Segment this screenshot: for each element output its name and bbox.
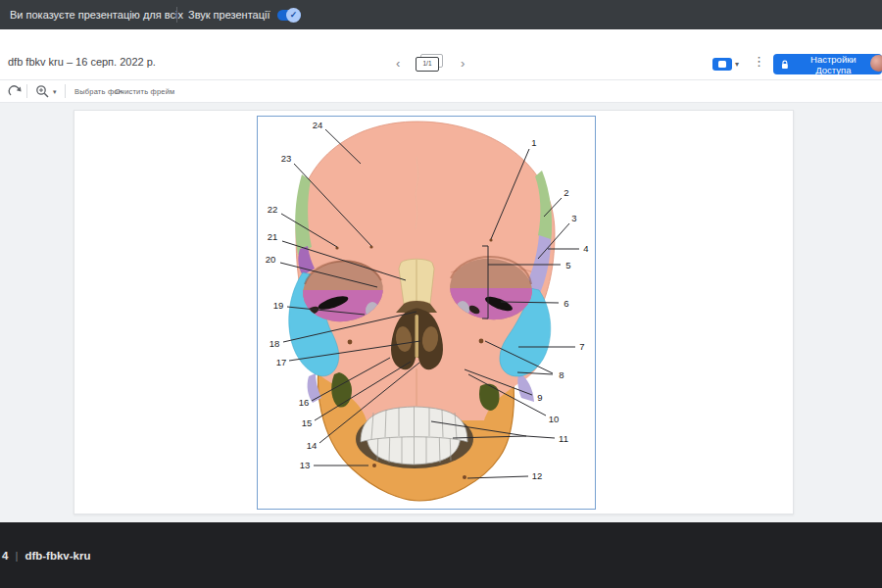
skull-label-9: 9	[537, 392, 542, 403]
toggle-check-icon: ✓	[286, 8, 301, 23]
frame-counter[interactable]: 1/1	[416, 54, 445, 72]
editor-toolbar: ▾ Выбрать фон Очистить фрейм	[0, 80, 882, 103]
toolbar-divider	[26, 84, 27, 98]
toolbar-divider	[65, 84, 66, 98]
presenting-status-text: Ви показуєте презентацію для всіх	[10, 0, 183, 29]
skull-label-13: 13	[300, 460, 311, 470]
zoom-icon[interactable]	[35, 84, 50, 99]
document-title[interactable]: dfb fbkv kru – 16 серп. 2022 р.	[8, 56, 156, 68]
skull-label-5: 5	[565, 260, 570, 270]
skull-label-23: 23	[281, 153, 292, 164]
meeting-info: 4 | dfb-fbkv-kru	[2, 522, 91, 588]
presenting-indicator-button[interactable]	[712, 58, 732, 71]
skull-label-24: 24	[313, 120, 323, 130]
skull-label-22: 22	[268, 204, 278, 215]
skull-label-7: 7	[579, 341, 584, 352]
skull-label-12: 12	[532, 470, 543, 481]
lock-icon	[781, 60, 789, 70]
access-settings-button[interactable]: Настройки Доступа	[773, 54, 882, 74]
info-divider: |	[15, 550, 18, 562]
skull-diagram-image: 123456789101112131415161718192021222324	[257, 116, 596, 510]
skull-label-8: 8	[559, 369, 564, 380]
meet-control-bar: 4 | dfb-fbkv-kru	[0, 522, 882, 588]
redo-icon[interactable]	[8, 84, 23, 99]
clear-frame-button[interactable]: Очистить фрейм	[115, 80, 174, 103]
meeting-code: dfb-fbkv-kru	[24, 550, 90, 562]
skull-label-3: 3	[571, 213, 576, 223]
skull-label-14: 14	[307, 440, 318, 451]
user-avatar[interactable]	[870, 55, 882, 72]
clock-fragment: 4	[2, 550, 8, 562]
prev-frame-button[interactable]: ‹	[396, 56, 400, 71]
skull-label-20: 20	[266, 254, 276, 265]
skull-label-21: 21	[268, 231, 278, 242]
presentation-audio-label: Звук презентації	[188, 0, 270, 29]
skull-label-10: 10	[549, 414, 560, 424]
skull-label-6: 6	[564, 298, 568, 309]
next-frame-button[interactable]: ›	[461, 56, 465, 71]
skull-label-16: 16	[299, 397, 310, 408]
indicator-caret-icon[interactable]: ▾	[735, 58, 739, 71]
screen: Ви показуєте презентацію для всіх Звук п…	[0, 0, 882, 588]
zoom-caret-icon[interactable]: ▾	[53, 80, 57, 103]
skull-label-18: 18	[270, 338, 280, 349]
skull-label-1: 1	[531, 137, 536, 148]
presentation-status-bar: Ви показуєте презентацію для всіх Звук п…	[0, 0, 882, 29]
skull-label-2: 2	[564, 187, 568, 198]
frame-counter-value: 1/1	[416, 57, 439, 72]
skull-label-15: 15	[302, 417, 313, 428]
presentation-audio-toggle[interactable]: ✓	[277, 10, 301, 21]
present-mini-icon	[718, 61, 726, 68]
more-options-menu[interactable]: ⋮	[753, 54, 764, 69]
status-divider	[176, 7, 177, 23]
skull-label-17: 17	[276, 357, 287, 368]
access-settings-label: Настройки Доступа	[793, 54, 874, 75]
skull-label-19: 19	[273, 300, 284, 311]
skull-label-11: 11	[559, 433, 568, 444]
skull-label-4: 4	[583, 243, 588, 254]
